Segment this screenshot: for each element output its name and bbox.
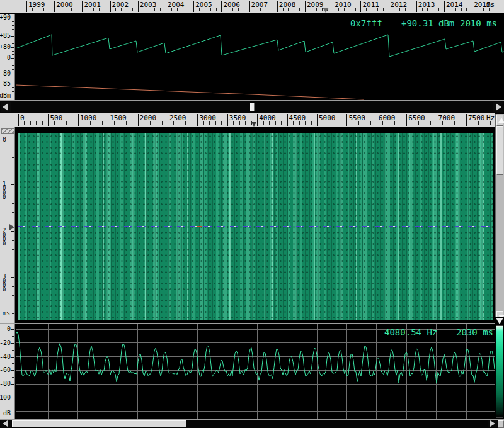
scroll-right-button-bottom[interactable] [488,420,497,427]
ruler-minor-tick [126,121,127,125]
ruler-minor-tick [311,8,311,11]
ruler-minor-tick [232,8,233,11]
ruler-minor-tick [430,121,431,125]
spectrogram-vertical-scrollbar[interactable] [495,114,504,323]
time-cursor-marker[interactable] [323,8,329,13]
color-palette-bar[interactable] [495,317,504,419]
axis-minor-tick [12,29,14,30]
ruler-minor-tick [311,121,312,125]
axis-minor-tick [12,305,14,305]
scroll-left-button-bottom[interactable] [1,420,11,427]
axis-label: 1 0 0 0 [3,182,6,200]
ruler-minor-tick [323,121,323,125]
spectrum-plot[interactable]: 4080.54 Hz 2030 ms [16,324,495,419]
spectrum-scrollbar-thumb[interactable] [12,420,186,427]
spectrum-db-axis: 0-20-40-60-80-100dB [0,324,15,419]
palette-gradient[interactable] [496,325,503,418]
scroll-right-icon [496,103,501,111]
pane-resize-handle-icon[interactable] [1,128,14,134]
axis-label: -85 [0,80,11,87]
timeline-ruler[interactable]: 1999200020012002200320042005200620072008… [14,0,504,13]
axis-label: 0 [3,136,6,143]
ruler-minor-tick [96,121,96,125]
ruler-major-tick [166,1,166,12]
ruler-label: 2014 [446,1,463,9]
ruler-minor-tick [105,8,105,11]
axis-label: +90 [0,14,11,21]
axis-minor-tick [12,405,14,405]
waveform-scrollbar[interactable] [0,100,504,113]
axis-major-tick [11,47,14,48]
waveform-scrollbar-thumb[interactable] [250,103,255,111]
axis-minor-tick [12,203,14,204]
spectrogram-image[interactable] [18,133,493,320]
ruler-label: 6500 [408,114,425,122]
ruler-minor-tick [88,8,88,11]
ruler-label: 2010 [335,1,352,9]
ruler-minor-tick [245,121,246,125]
ruler-minor-tick [370,121,371,125]
ruler-minor-tick [383,8,384,11]
ruler-minor-tick [120,121,120,125]
axis-label: -40 [0,353,11,360]
ruler-minor-tick [288,8,289,11]
axis-minor-tick [12,65,14,66]
ruler-minor-tick [215,121,216,125]
level-readout: +90.31 dBm [401,18,454,28]
ruler-minor-tick [454,121,455,125]
axis-major-tick [11,74,14,74]
ruler-minor-tick [132,121,132,125]
ruler-minor-tick [24,121,25,125]
ruler-minor-tick [121,8,122,11]
ruler-minor-tick [422,8,423,11]
spectrogram-plot[interactable] [16,127,495,323]
spectrum-scrollbar[interactable] [0,419,504,428]
ruler-minor-tick [43,8,44,11]
axis-major-tick [11,414,14,414]
axis-major-tick [11,58,14,59]
sample-hex-readout: 0x7fff [350,18,382,28]
ruler-minor-tick [305,121,306,125]
ruler-minor-tick [411,8,411,11]
ruler-label: 2006 [223,1,240,9]
axis-minor-tick [12,194,14,194]
ruler-minor-tick [353,121,353,125]
axis-major-tick [11,384,14,385]
scroll-up-button[interactable] [496,115,503,126]
ruler-minor-tick [418,121,419,125]
ruler-minor-tick [49,8,49,11]
ruler-minor-tick [269,121,270,125]
spectrogram-cursor-arrow-icon[interactable] [9,224,14,230]
resize-grip[interactable] [498,420,504,428]
ruler-major-tick [277,1,278,12]
axis-minor-tick [12,377,14,378]
ruler-major-tick [406,114,407,126]
axis-minor-tick [12,81,14,81]
ruler-label: 5000 [319,114,336,122]
ruler-minor-tick [71,8,72,11]
axis-minor-tick [12,350,14,351]
freq-cursor-marker[interactable] [251,122,256,127]
ruler-label: 7000 [438,114,455,122]
ruler-label: 2002 [112,1,129,9]
ruler-minor-tick [132,8,133,11]
axis-label: -20 [0,339,11,346]
ruler-minor-tick [188,8,188,11]
ruler-minor-tick [344,8,345,11]
palette-pointer-icon[interactable] [496,318,503,324]
scroll-right-button[interactable] [493,102,503,112]
ruler-minor-tick [455,8,456,11]
waveform-plot[interactable]: 0x7fff +90.31 dBm 2010 ms [16,14,504,100]
ruler-label: 2003 [140,1,157,9]
ruler-major-tick [54,1,55,12]
vertical-scrollbar-thumb[interactable] [496,126,503,175]
axis-major-tick [11,184,14,185]
ruler-major-tick [466,114,467,126]
scroll-left-button[interactable] [1,102,11,112]
ruler-minor-tick [42,121,43,125]
ruler-minor-tick [449,121,449,125]
axis-minor-tick [12,336,14,337]
ruler-minor-tick [93,8,94,11]
ruler-minor-tick [233,121,234,125]
ruler-label: 6000 [379,114,396,122]
